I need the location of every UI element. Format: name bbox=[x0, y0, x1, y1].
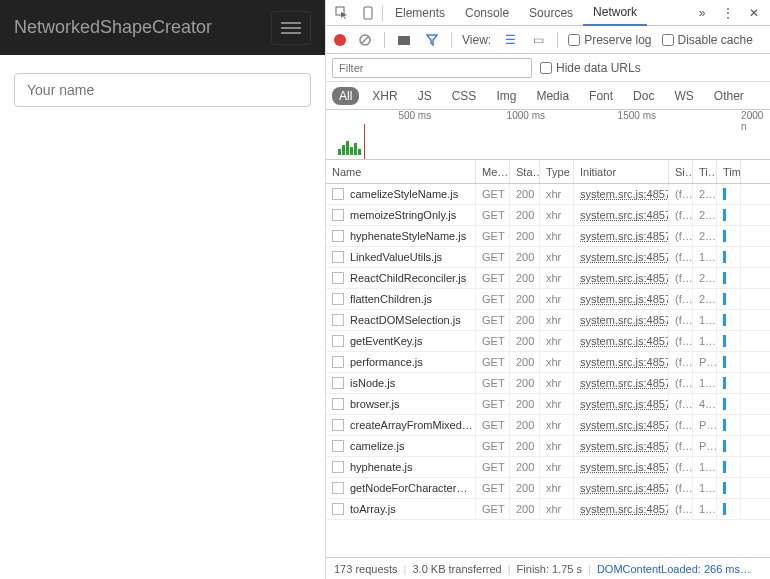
cell-type: xhr bbox=[540, 205, 574, 225]
tab-sources[interactable]: Sources bbox=[519, 1, 583, 25]
cell-time: P… bbox=[693, 352, 717, 372]
type-filter-js[interactable]: JS bbox=[411, 87, 439, 105]
type-filter-doc[interactable]: Doc bbox=[626, 87, 661, 105]
cell-method: GET bbox=[476, 268, 510, 288]
cell-type: xhr bbox=[540, 436, 574, 456]
large-rows-icon[interactable]: ☰ bbox=[501, 31, 519, 49]
table-row[interactable]: createArrayFromMixed…GET200xhrsystem.src… bbox=[326, 415, 770, 436]
type-filter-all[interactable]: All bbox=[332, 87, 359, 105]
table-row[interactable]: flattenChildren.jsGET200xhrsystem.src.js… bbox=[326, 289, 770, 310]
cell-status: 200 bbox=[510, 184, 540, 204]
column-header[interactable]: Sta… bbox=[510, 160, 540, 183]
cell-time: 2… bbox=[693, 268, 717, 288]
cell-size: (f… bbox=[669, 268, 693, 288]
table-row[interactable]: performance.jsGET200xhrsystem.src.js:485… bbox=[326, 352, 770, 373]
type-filter-font[interactable]: Font bbox=[582, 87, 620, 105]
table-row[interactable]: hyphenate.jsGET200xhrsystem.src.js:4857(… bbox=[326, 457, 770, 478]
column-header[interactable]: Tim bbox=[717, 160, 741, 183]
record-button[interactable] bbox=[334, 34, 346, 46]
cell-size: (f… bbox=[669, 184, 693, 204]
column-header[interactable]: Me… bbox=[476, 160, 510, 183]
cell-name: camelize.js bbox=[326, 436, 476, 456]
cell-name: browser.js bbox=[326, 394, 476, 414]
table-row[interactable]: isNode.jsGET200xhrsystem.src.js:4857(f…1… bbox=[326, 373, 770, 394]
close-icon[interactable]: ✕ bbox=[742, 2, 766, 24]
type-filter-css[interactable]: CSS bbox=[445, 87, 484, 105]
cell-size: (f… bbox=[669, 352, 693, 372]
hamburger-menu-button[interactable] bbox=[271, 11, 311, 45]
cell-status: 200 bbox=[510, 226, 540, 246]
app-body bbox=[0, 55, 325, 125]
network-toolbar: View: ☰ ▭ Preserve log Disable cache bbox=[326, 26, 770, 54]
table-row[interactable]: toArray.jsGET200xhrsystem.src.js:4857(f…… bbox=[326, 499, 770, 520]
cell-status: 200 bbox=[510, 331, 540, 351]
cell-name: hyphenateStyleName.js bbox=[326, 226, 476, 246]
device-toggle-icon[interactable] bbox=[356, 2, 380, 24]
cell-time: P… bbox=[693, 415, 717, 435]
type-filter-ws[interactable]: WS bbox=[667, 87, 700, 105]
devtools-panel: ElementsConsoleSourcesNetwork » ⋮ ✕ View… bbox=[326, 0, 770, 579]
file-icon bbox=[332, 482, 344, 494]
filter-icon[interactable] bbox=[423, 31, 441, 49]
tab-console[interactable]: Console bbox=[455, 1, 519, 25]
table-row[interactable]: hyphenateStyleName.jsGET200xhrsystem.src… bbox=[326, 226, 770, 247]
your-name-input[interactable] bbox=[14, 73, 311, 107]
cell-initiator: system.src.js:4857 bbox=[574, 436, 669, 456]
cell-time: 1… bbox=[693, 331, 717, 351]
table-row[interactable]: browser.jsGET200xhrsystem.src.js:4857(f…… bbox=[326, 394, 770, 415]
capture-screenshot-icon[interactable] bbox=[395, 31, 413, 49]
type-filter-xhr[interactable]: XHR bbox=[365, 87, 404, 105]
table-row[interactable]: memoizeStringOnly.jsGET200xhrsystem.src.… bbox=[326, 205, 770, 226]
table-row[interactable]: LinkedValueUtils.jsGET200xhrsystem.src.j… bbox=[326, 247, 770, 268]
cell-time: 1… bbox=[693, 478, 717, 498]
type-filter-media[interactable]: Media bbox=[529, 87, 576, 105]
clear-icon[interactable] bbox=[356, 31, 374, 49]
file-icon bbox=[332, 461, 344, 473]
tab-network[interactable]: Network bbox=[583, 0, 647, 26]
app-brand[interactable]: NetworkedShapeCreator bbox=[14, 17, 212, 38]
table-row[interactable]: camelizeStyleName.jsGET200xhrsystem.src.… bbox=[326, 184, 770, 205]
cell-type: xhr bbox=[540, 352, 574, 372]
app-navbar: NetworkedShapeCreator bbox=[0, 0, 325, 55]
cell-status: 200 bbox=[510, 310, 540, 330]
inspect-element-icon[interactable] bbox=[330, 2, 354, 24]
disable-cache-checkbox[interactable]: Disable cache bbox=[662, 33, 753, 47]
type-filter-other[interactable]: Other bbox=[707, 87, 751, 105]
cell-waterfall bbox=[717, 373, 741, 393]
cell-time: 1… bbox=[693, 373, 717, 393]
grid-header-row[interactable]: NameMe…Sta…TypeInitiatorSi…Ti…Tim bbox=[326, 160, 770, 184]
table-row[interactable]: camelize.jsGET200xhrsystem.src.js:4857(f… bbox=[326, 436, 770, 457]
table-row[interactable]: getNodeForCharacter…GET200xhrsystem.src.… bbox=[326, 478, 770, 499]
cell-initiator: system.src.js:4857 bbox=[574, 331, 669, 351]
grid-body[interactable]: camelizeStyleName.jsGET200xhrsystem.src.… bbox=[326, 184, 770, 557]
file-icon bbox=[332, 335, 344, 347]
column-header[interactable]: Type bbox=[540, 160, 574, 183]
timeline-overview[interactable]: 500 ms1000 ms1500 ms2000 n bbox=[326, 110, 770, 160]
column-header[interactable]: Initiator bbox=[574, 160, 669, 183]
table-row[interactable]: ReactDOMSelection.jsGET200xhrsystem.src.… bbox=[326, 310, 770, 331]
filter-input[interactable] bbox=[332, 58, 532, 78]
more-tabs-icon[interactable]: » bbox=[690, 2, 714, 24]
cell-method: GET bbox=[476, 478, 510, 498]
table-row[interactable]: getEventKey.jsGET200xhrsystem.src.js:485… bbox=[326, 331, 770, 352]
cell-type: xhr bbox=[540, 247, 574, 267]
cell-time: 2… bbox=[693, 184, 717, 204]
tab-elements[interactable]: Elements bbox=[385, 1, 455, 25]
cell-method: GET bbox=[476, 499, 510, 519]
cell-size: (f… bbox=[669, 457, 693, 477]
cell-status: 200 bbox=[510, 457, 540, 477]
type-filter-img[interactable]: Img bbox=[489, 87, 523, 105]
table-row[interactable]: ReactChildReconciler.jsGET200xhrsystem.s… bbox=[326, 268, 770, 289]
column-header[interactable]: Name bbox=[326, 160, 476, 183]
column-header[interactable]: Ti… bbox=[693, 160, 717, 183]
overview-icon[interactable]: ▭ bbox=[529, 31, 547, 49]
hide-data-urls-checkbox[interactable]: Hide data URLs bbox=[540, 61, 641, 75]
kebab-menu-icon[interactable]: ⋮ bbox=[716, 2, 740, 24]
preserve-log-checkbox[interactable]: Preserve log bbox=[568, 33, 651, 47]
file-icon bbox=[332, 503, 344, 515]
column-header[interactable]: Si… bbox=[669, 160, 693, 183]
cell-waterfall bbox=[717, 331, 741, 351]
cell-size: (f… bbox=[669, 205, 693, 225]
cell-type: xhr bbox=[540, 289, 574, 309]
cell-status: 200 bbox=[510, 205, 540, 225]
